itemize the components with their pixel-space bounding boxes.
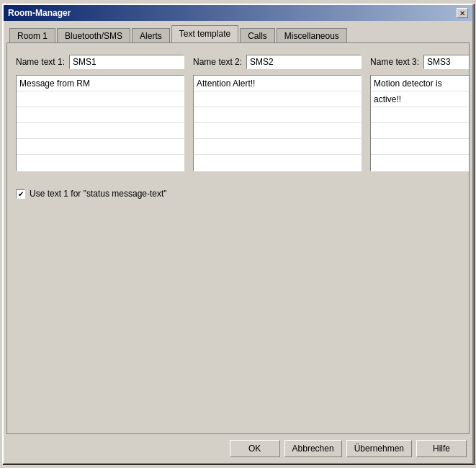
field-header-1: Name text 1: bbox=[16, 55, 184, 69]
text-line-3-1[interactable]: active!! bbox=[371, 91, 470, 107]
text-line-1-5[interactable] bbox=[17, 155, 184, 171]
name-text-1-label: Name text 1: bbox=[16, 57, 65, 67]
tab-bar: Room 1 Bluetooth/SMS Alerts Text templat… bbox=[6, 24, 470, 42]
tab-text-template[interactable]: Text template bbox=[171, 25, 238, 42]
name-text-1-input[interactable] bbox=[69, 55, 184, 69]
title-bar: Room-Manager ✕ bbox=[4, 5, 472, 21]
text-line-1-3[interactable] bbox=[17, 123, 184, 139]
apply-button[interactable]: Übernehmen bbox=[346, 440, 412, 457]
help-button[interactable]: Hilfe bbox=[416, 440, 467, 457]
text-line-2-4[interactable] bbox=[194, 139, 361, 155]
text-area-2: Attention Alert!! bbox=[193, 75, 362, 171]
name-text-3-input[interactable] bbox=[423, 55, 470, 69]
tab-calls[interactable]: Calls bbox=[240, 28, 275, 42]
cancel-button[interactable]: Abbrechen bbox=[284, 440, 342, 457]
text-line-3-3[interactable] bbox=[371, 123, 470, 139]
text-line-1-1[interactable] bbox=[17, 91, 184, 107]
text-line-3-0[interactable]: Motion detector is bbox=[371, 76, 470, 91]
text-line-1-0[interactable]: Message from RM bbox=[17, 76, 184, 91]
checkmark-icon: ✔ bbox=[18, 190, 24, 198]
name-text-3-label: Name text 3: bbox=[370, 57, 419, 67]
text-line-1-2[interactable] bbox=[17, 107, 184, 123]
tab-room1[interactable]: Room 1 bbox=[9, 28, 55, 42]
text-field-group-2: Name text 2: Attention Alert!! bbox=[193, 55, 362, 171]
checkbox-section: ✔ Use text 1 for "status message-text" bbox=[16, 189, 460, 199]
name-text-2-label: Name text 2: bbox=[193, 57, 242, 67]
window-title: Room-Manager bbox=[8, 8, 71, 18]
field-header-2: Name text 2: bbox=[193, 55, 362, 69]
text-area-1: Message from RM bbox=[16, 75, 184, 171]
text-line-3-2[interactable] bbox=[371, 107, 470, 123]
text-line-2-2[interactable] bbox=[194, 107, 361, 123]
tab-content: Name text 1: Message from RM bbox=[6, 42, 470, 434]
tab-bluetooth-sms[interactable]: Bluetooth/SMS bbox=[57, 28, 130, 42]
status-message-checkbox[interactable]: ✔ bbox=[16, 189, 25, 199]
window-body: Room 1 Bluetooth/SMS Alerts Text templat… bbox=[4, 21, 472, 463]
close-button[interactable]: ✕ bbox=[457, 8, 468, 18]
button-bar: OK Abbrechen Übernehmen Hilfe bbox=[6, 434, 470, 460]
text-line-3-4[interactable] bbox=[371, 139, 470, 155]
tab-alerts[interactable]: Alerts bbox=[132, 28, 170, 42]
text-line-1-4[interactable] bbox=[17, 139, 184, 155]
text-line-3-5[interactable] bbox=[371, 155, 470, 171]
tab-miscellaneous[interactable]: Miscellaneous bbox=[277, 28, 347, 42]
text-line-2-1[interactable] bbox=[194, 91, 361, 107]
ok-button[interactable]: OK bbox=[230, 440, 280, 457]
room-manager-window: Room-Manager ✕ Room 1 Bluetooth/SMS Aler… bbox=[2, 4, 474, 464]
text-line-2-3[interactable] bbox=[194, 123, 361, 139]
text-fields-row: Name text 1: Message from RM bbox=[16, 55, 460, 171]
field-header-3: Name text 3: bbox=[370, 55, 470, 69]
text-area-3: Motion detector is active!! bbox=[370, 75, 470, 171]
text-line-2-0[interactable]: Attention Alert!! bbox=[194, 76, 361, 91]
name-text-2-input[interactable] bbox=[246, 55, 362, 69]
checkbox-label: Use text 1 for "status message-text" bbox=[30, 189, 167, 199]
text-line-2-5[interactable] bbox=[194, 155, 361, 171]
text-field-group-1: Name text 1: Message from RM bbox=[16, 55, 184, 171]
text-field-group-3: Name text 3: Motion detector is active!! bbox=[370, 55, 470, 171]
